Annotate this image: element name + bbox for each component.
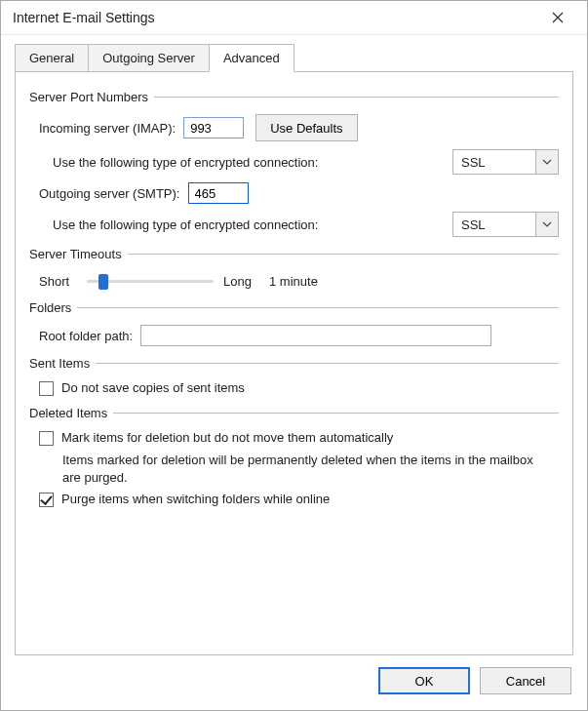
outgoing-encryption-value: SSL xyxy=(453,217,535,232)
chevron-down-icon xyxy=(535,150,558,174)
timeout-value: 1 minute xyxy=(269,274,318,289)
close-button[interactable] xyxy=(538,3,577,32)
tab-strip: General Outgoing Server Advanced xyxy=(15,43,573,71)
dialog-body: General Outgoing Server Advanced Server … xyxy=(1,35,587,655)
group-deleted-items: Deleted Items Mark items for deletion bu… xyxy=(29,406,559,507)
divider xyxy=(128,254,559,255)
ok-button[interactable]: OK xyxy=(378,667,470,694)
label-outgoing-encryption: Use the following type of encrypted conn… xyxy=(53,217,318,232)
tab-panel-advanced: Server Port Numbers Incoming server (IMA… xyxy=(15,71,573,655)
label-mark-for-deletion: Mark items for deletion but do not move … xyxy=(61,430,393,445)
hint-mark-for-deletion: Items marked for deletion will be perman… xyxy=(62,452,540,486)
label-incoming-encryption: Use the following type of encrypted conn… xyxy=(53,155,318,170)
incoming-encryption-select[interactable]: SSL xyxy=(452,149,559,175)
group-folders: Folders Root folder path: xyxy=(29,300,559,346)
window-title: Internet E-mail Settings xyxy=(13,10,155,25)
tab-general[interactable]: General xyxy=(15,44,89,72)
group-sent-items: Sent Items Do not save copies of sent it… xyxy=(29,356,559,396)
group-title-timeouts: Server Timeouts xyxy=(29,247,122,261)
label-root-folder-path: Root folder path: xyxy=(39,329,133,343)
email-settings-dialog: Internet E-mail Settings General Outgoin… xyxy=(0,0,588,711)
group-title-deleted: Deleted Items xyxy=(29,406,107,420)
label-do-not-save-sent: Do not save copies of sent items xyxy=(61,380,245,395)
group-title-sent: Sent Items xyxy=(29,356,90,371)
label-incoming-imap: Incoming server (IMAP): xyxy=(39,121,176,136)
close-icon xyxy=(552,12,564,23)
cancel-button[interactable]: Cancel xyxy=(480,667,571,694)
checkbox-do-not-save-sent[interactable] xyxy=(39,381,54,396)
chevron-down-icon xyxy=(535,213,558,236)
group-server-port-numbers: Server Port Numbers Incoming server (IMA… xyxy=(29,90,559,237)
root-folder-input[interactable] xyxy=(140,325,491,346)
divider xyxy=(96,363,559,364)
incoming-port-input[interactable] xyxy=(183,117,244,138)
divider xyxy=(113,413,559,414)
outgoing-encryption-select[interactable]: SSL xyxy=(452,212,559,237)
tab-outgoing-server[interactable]: Outgoing Server xyxy=(88,44,210,72)
dialog-footer: OK Cancel xyxy=(1,655,587,710)
label-purge-on-switch: Purge items when switching folders while… xyxy=(61,492,330,506)
divider xyxy=(77,307,559,308)
label-short: Short xyxy=(39,274,69,289)
checkbox-purge-on-switch[interactable] xyxy=(39,493,54,507)
divider xyxy=(154,97,559,98)
label-outgoing-smtp: Outgoing server (SMTP): xyxy=(39,186,180,201)
slider-thumb[interactable] xyxy=(98,274,108,290)
timeout-slider[interactable] xyxy=(87,271,214,291)
group-server-timeouts: Server Timeouts Short Long 1 minute xyxy=(29,247,559,291)
use-defaults-button[interactable]: Use Defaults xyxy=(255,114,357,141)
checkbox-mark-for-deletion[interactable] xyxy=(39,431,54,446)
group-title-server-ports: Server Port Numbers xyxy=(29,90,148,104)
label-long: Long xyxy=(223,274,252,289)
tab-advanced[interactable]: Advanced xyxy=(209,44,294,72)
titlebar: Internet E-mail Settings xyxy=(1,1,587,35)
incoming-encryption-value: SSL xyxy=(453,155,535,170)
group-title-folders: Folders xyxy=(29,300,71,315)
outgoing-port-input[interactable] xyxy=(188,182,249,204)
